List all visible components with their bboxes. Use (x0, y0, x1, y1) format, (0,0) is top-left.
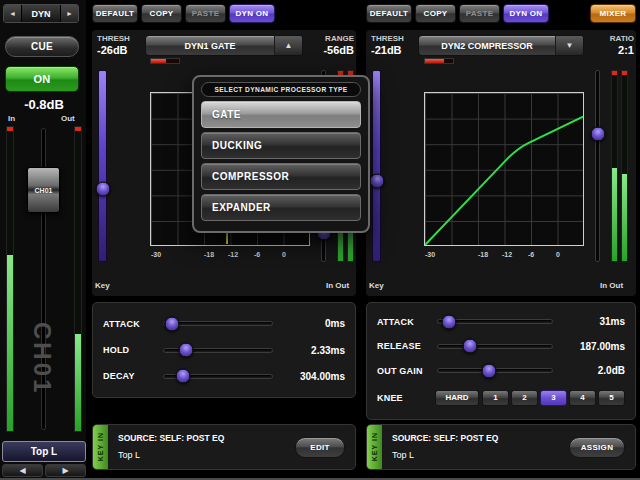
dyn2-in-clip-indicator (612, 71, 617, 75)
dyn2-release-knob[interactable] (462, 339, 477, 354)
dyn1-type-selector[interactable]: DYN1 GATE ▲ (145, 35, 303, 56)
dyn2-ratio-slider[interactable] (595, 70, 600, 262)
dyn2-thresh-value: -21dB (371, 44, 402, 56)
dyn1-range-value: -56dB (306, 44, 354, 56)
dyn1-type-open-arrow-icon[interactable]: ▲ (274, 36, 302, 55)
dyn2-outgain-label: OUT GAIN (377, 366, 435, 376)
dyn2-scale-tick: 0 (547, 251, 569, 258)
tab-prev-arrow-icon[interactable]: ◄ (4, 5, 21, 22)
dyn1-hold-label: HOLD (103, 345, 161, 355)
dyn1-hold-row: HOLD 2.33ms (103, 345, 345, 356)
channel-watermark: CH01 (28, 322, 56, 440)
dyn1-gr-fill (151, 59, 166, 63)
dyn1-attack-slider[interactable] (163, 321, 273, 326)
knee-option-5[interactable]: 5 (598, 390, 625, 406)
dyn2-outgain-knob[interactable] (482, 363, 497, 378)
next-channel-button[interactable]: ▶ (45, 464, 86, 477)
dyn2-thresh-label: THRESH (371, 34, 404, 43)
dyn2-in-meter-fill (612, 168, 617, 261)
dyn1-copy-button[interactable]: COPY (141, 4, 182, 23)
dyn2-release-slider[interactable] (437, 344, 553, 349)
dyn2-release-row: RELEASE 187.00ms (377, 341, 625, 352)
fader-level-readout: -0.8dB (0, 97, 88, 112)
dyn2-out-meter (621, 70, 628, 262)
dyn2-compressor-curve (425, 93, 583, 245)
dyn2-keyin-tab: KEY IN (367, 425, 382, 469)
channel-name-button[interactable]: Top L (2, 441, 86, 462)
dyn1-decay-value: 304.00ms (279, 371, 345, 382)
dyn2-keyin-panel: KEY IN SOURCE: SELF: POST EQ Top L ASSIG… (366, 424, 636, 470)
dyn1-scale-tick: -6 (246, 251, 268, 258)
dyn1-key-meter-label: Key (95, 281, 110, 290)
dyn1-hold-knob[interactable] (178, 343, 193, 358)
dyn2-gr-fill (425, 59, 444, 63)
dyn2-key-meter-label: Key (369, 281, 384, 290)
dyn1-attack-value: 0ms (279, 318, 345, 329)
knee-option-3[interactable]: 3 (540, 390, 567, 406)
dyn1-type-label: DYN1 GATE (146, 36, 274, 55)
dyn2-attack-slider[interactable] (437, 319, 553, 324)
dyn1-scale-tick: -12 (222, 251, 244, 258)
dyn1-in-out-meter-label: In Out (326, 281, 358, 290)
cue-button[interactable]: CUE (5, 36, 79, 57)
tab-next-arrow-icon[interactable]: ► (61, 5, 78, 22)
in-clip-indicator (7, 127, 13, 131)
dyn2-threshold-knob[interactable] (369, 174, 384, 189)
knee-option-4[interactable]: 4 (569, 390, 596, 406)
dyn2-on-button[interactable]: DYN ON (503, 4, 549, 23)
dyn2-threshold-slider[interactable] (372, 70, 381, 262)
popup-item-gate[interactable]: GATE (201, 101, 361, 128)
dyn1-thresh-value: -26dB (97, 44, 128, 56)
dyn2-ratio-value: 2:1 (586, 44, 634, 56)
dyn2-default-button[interactable]: DEFAULT (366, 4, 412, 23)
dyn2-paste-button[interactable]: PASTE (459, 4, 500, 23)
dyn2-attack-knob[interactable] (442, 314, 457, 329)
dyn1-decay-label: DECAY (103, 371, 161, 381)
dyn1-scale-tick: -18 (198, 251, 220, 258)
dyn2-type-selector[interactable]: DYN2 COMPRESSOR ▼ (418, 35, 584, 56)
knee-option-2[interactable]: 2 (511, 390, 538, 406)
mixer-button[interactable]: MIXER (590, 4, 636, 23)
dyn2-out-meter-fill (622, 174, 627, 261)
dyn1-attack-label: ATTACK (103, 319, 161, 329)
popup-item-expander[interactable]: EXPANDER (201, 194, 361, 221)
tab-dyn-label[interactable]: DYN (21, 5, 61, 22)
dyn2-gain-reduction-meter (424, 58, 454, 64)
dyn2-scale-tick: -12 (496, 251, 518, 258)
popup-item-ducking[interactable]: DUCKING (201, 132, 361, 159)
dyn1-scale-tick: -30 (145, 251, 167, 258)
prev-channel-button[interactable]: ◀ (2, 464, 43, 477)
dyn2-attack-label: ATTACK (377, 317, 435, 327)
dyn1-on-button[interactable]: DYN ON (229, 4, 275, 23)
knee-hard-button[interactable]: HARD (435, 390, 479, 406)
dyn2-outgain-slider[interactable] (437, 368, 553, 373)
dyn1-paste-button[interactable]: PASTE (185, 4, 226, 23)
dyn2-outgain-value: 2.0dB (559, 365, 625, 376)
channel-on-button[interactable]: ON (5, 66, 79, 92)
dyn2-curve-graph (424, 92, 584, 246)
dyn2-ratio-knob[interactable] (590, 126, 605, 141)
dyn2-copy-button[interactable]: COPY (415, 4, 456, 23)
dyn1-decay-slider[interactable] (163, 374, 273, 379)
out-meter-label: Out (61, 114, 75, 123)
fader-handle[interactable]: CH01 (27, 167, 60, 213)
dyn1-default-button[interactable]: DEFAULT (92, 4, 138, 23)
dyn2-ratio-label: RATIO (586, 34, 634, 43)
out-clip-indicator (75, 127, 81, 131)
dyn1-hold-slider[interactable] (163, 348, 273, 353)
popup-item-compressor[interactable]: COMPRESSOR (201, 163, 361, 190)
dyn1-threshold-knob[interactable] (95, 181, 110, 196)
dyn1-keyin-edit-button[interactable]: EDIT (295, 437, 345, 458)
dyn1-threshold-slider[interactable] (98, 70, 107, 262)
knee-option-1[interactable]: 1 (482, 390, 509, 406)
dyn2-attack-value: 31ms (559, 316, 625, 327)
dyn2-keyin-assign-button[interactable]: ASSIGN (569, 437, 625, 458)
out-meter-fill (75, 334, 81, 431)
dyn2-keyin-tab-label: KEY IN (371, 432, 378, 461)
dyn1-keyin-tab: KEY IN (93, 425, 108, 469)
dyn1-decay-row: DECAY 304.00ms (103, 371, 345, 382)
dyn1-decay-knob[interactable] (176, 369, 191, 384)
dyn2-type-open-arrow-icon[interactable]: ▼ (555, 36, 583, 55)
dyn1-attack-knob[interactable] (164, 316, 179, 331)
dyn2-attack-row: ATTACK 31ms (377, 316, 625, 327)
